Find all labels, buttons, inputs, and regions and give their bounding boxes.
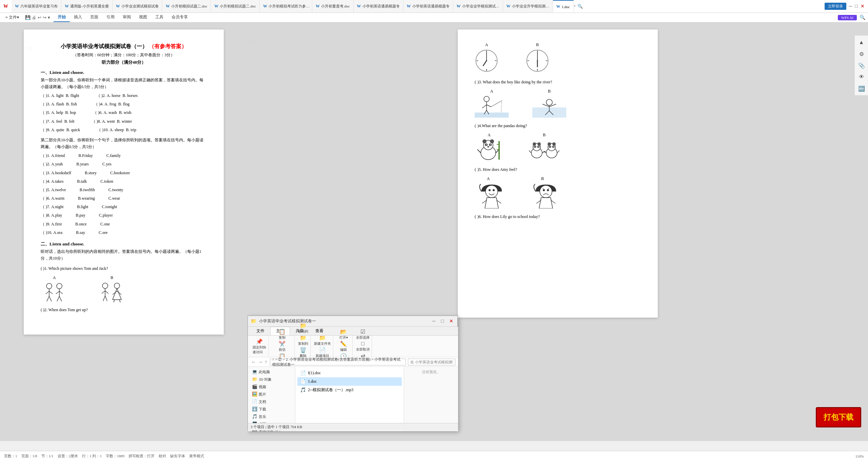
new-tab-button[interactable]: + xyxy=(574,4,576,9)
maximize-button[interactable]: □ xyxy=(855,4,858,9)
side-icon-5[interactable]: 🔤 xyxy=(856,83,867,94)
choices-grid-row: （ )1. A. light B. flight （ )2. A. horse … xyxy=(41,92,207,100)
svg-point-95 xyxy=(540,185,552,198)
taskbar-tab-t8[interactable]: W小学初英语通易模题专 xyxy=(354,0,403,13)
side-icon-1[interactable]: ▲ xyxy=(856,37,867,48)
right-drag-handle[interactable]: ⋮⋮ xyxy=(250,40,256,43)
q6-text: ( )6. How does Lily go to school today? xyxy=(475,213,641,221)
svg-line-78 xyxy=(529,151,531,153)
fe-new-item-button[interactable]: 📄 新建项目 xyxy=(316,347,329,358)
svg-point-18 xyxy=(114,283,120,288)
more-icon[interactable]: ▾ xyxy=(48,15,50,20)
menu-file[interactable]: ≡ 文件▾ xyxy=(3,14,22,21)
taskbar-tab-t4[interactable]: W小升初模拟试题二.doc xyxy=(162,0,211,13)
download-badge[interactable]: 打包下载 xyxy=(816,407,861,427)
fe-new-item-icon: 📄 xyxy=(319,347,326,353)
taskbar-tab-t2[interactable]: W通用版-小升初英通全册 xyxy=(61,0,113,13)
fe-tab-view[interactable]: 查看 xyxy=(310,327,329,335)
fe-sidebar-this-pc[interactable]: 💻 此电脑 xyxy=(248,368,295,376)
ribbon-tab-5[interactable]: 视图 xyxy=(135,13,151,22)
status-proofing: 校对 xyxy=(159,454,166,459)
search-button[interactable]: 🔍 xyxy=(860,15,865,20)
fe-minimize-button[interactable]: ─ xyxy=(431,319,437,324)
fe-path-bar[interactable]: ↑ > ② > 2. 小学英语业业考试模拟测试卷(含答案及听力音频) > 小学英… xyxy=(270,359,406,365)
svg-point-76 xyxy=(535,146,535,147)
section1-header: 一、Listen and choose. xyxy=(41,69,207,76)
fe-tool-group-nav: 📌 固定到快速访问 xyxy=(251,336,269,357)
fe-file-f1doc[interactable]: 📄 f(1).doc xyxy=(297,369,402,377)
fe-sidebar-music[interactable]: 🎵 音乐 xyxy=(248,413,295,420)
fe-file-1doc[interactable]: 📄 1.doc xyxy=(297,377,402,386)
fe-sidebar-downloads[interactable]: ⬇️ 下载 xyxy=(248,405,295,413)
tab-icon-t12: W xyxy=(556,4,560,9)
fe-file-mp3[interactable]: 🎵 2--模拟测试卷（一）.mp3 xyxy=(297,386,402,394)
drag-handle[interactable]: ⋮⋮ xyxy=(26,46,33,50)
zoom-level[interactable]: 110% xyxy=(855,454,864,458)
fe-cut-button[interactable]: ✂️ 剪切 xyxy=(279,341,285,352)
fe-forward-button[interactable]: → xyxy=(257,359,263,365)
fe-sidebar-3d[interactable]: 📁 3D 对象 xyxy=(248,376,295,383)
taskbar-tab-t9[interactable]: W小学初英语通易模题专 xyxy=(403,0,453,13)
doc-page-left: ⋮⋮ 小学英语毕业考试模拟测试卷（一） （有参考答案） （答卷时间：60分钟；满… xyxy=(24,29,224,335)
ribbon-tab-0[interactable]: 开始 xyxy=(54,13,70,22)
fe-up-button[interactable]: ↑ xyxy=(264,359,268,365)
wps-ai-button[interactable]: WPS AI xyxy=(838,15,857,20)
fe-back-button[interactable]: ← xyxy=(251,359,257,365)
taskbar-tab-t1[interactable]: W六年级英语毕业复习布 xyxy=(12,0,61,13)
fe-open-button[interactable]: 📂 打开▾ xyxy=(339,328,348,340)
this-pc-icon: 💻 xyxy=(252,369,257,375)
fe-move-button[interactable]: 📁 移动到 xyxy=(298,322,308,334)
taskbar-tab-t7[interactable]: W小升初量度考.doc xyxy=(312,0,354,13)
fe-pin-button[interactable]: 📌 固定到快速访问 xyxy=(253,338,266,355)
fe-select-all-button[interactable]: ☑ 全部选择 xyxy=(356,328,370,340)
fe-new-folder-button[interactable]: 📁 新建文件夹 xyxy=(314,335,331,346)
fe-maximize-button[interactable]: □ xyxy=(440,319,445,324)
fe-copyto-button[interactable]: 📁 复制到 xyxy=(298,335,308,346)
save-icon[interactable]: 💾 xyxy=(25,15,31,20)
q5-a-group: A xyxy=(475,176,502,208)
fe-edit-button[interactable]: ✏️ 编辑 xyxy=(340,341,347,352)
minimize-button[interactable]: ─ xyxy=(849,4,852,9)
taskbar-tab-t11[interactable]: W小学业业升学模拟测… xyxy=(503,0,553,13)
fe-close-button[interactable]: ✕ xyxy=(448,318,455,324)
taskbar-tab-t6[interactable]: W小升初模拟考试听力参… xyxy=(260,0,312,13)
undo-icon[interactable]: ↩ xyxy=(38,15,41,20)
fe-delete-button[interactable]: 🗑️ 删除 xyxy=(300,347,307,358)
svg-rect-67 xyxy=(498,141,500,160)
fe-select-none-button[interactable]: □ 全部取消 xyxy=(356,341,370,352)
taskbar-tab-t5[interactable]: W小升初模拟试题二.doc xyxy=(211,0,260,13)
ribbon-tab-6[interactable]: 工具 xyxy=(151,13,167,22)
fe-tool-group-new: 📁 新建文件夹 📄 新建项目 xyxy=(312,336,333,357)
fe-sidebar-documents[interactable]: 📄 文档 xyxy=(248,398,295,405)
login-button[interactable]: 立即登录 xyxy=(825,3,846,10)
fe-tab-file[interactable]: 文件 xyxy=(251,327,270,335)
taskbar-tab-t12[interactable]: W1.doc xyxy=(553,0,574,13)
doc-scroll[interactable]: ⋮⋮ 小学英语毕业考试模拟测试卷（一） （有参考答案） （答卷时间：60分钟；满… xyxy=(0,23,248,441)
ribbon-tab-1[interactable]: 插入 xyxy=(70,13,86,22)
side-icon-2[interactable]: ⚙ xyxy=(856,48,867,59)
search-tab-button[interactable]: 🔍 xyxy=(577,4,583,9)
q2-text: ( )2. When does Tom get up? xyxy=(41,306,207,314)
q3-b-label: B xyxy=(548,89,551,94)
ribbon-tab-3[interactable]: 引用 xyxy=(102,13,119,22)
fe-search-input[interactable] xyxy=(408,359,455,365)
fe-sidebar-video[interactable]: 🎬 视频 xyxy=(248,383,295,390)
ribbon-tab-7[interactable]: 会员专享 xyxy=(167,13,192,22)
taskbar-tab-t3[interactable]: W小学业业测试模拟试卷 xyxy=(113,0,162,13)
redo-icon[interactable]: ↪ xyxy=(43,15,46,20)
fe-copy-button[interactable]: 📋 复制 xyxy=(279,328,285,340)
this-pc-label: 此电脑 xyxy=(259,369,270,375)
svg-line-47 xyxy=(491,101,502,107)
ribbon-tab-2[interactable]: 页面 xyxy=(86,13,102,22)
side-icon-4[interactable]: 👁 xyxy=(856,72,867,82)
tab-label-t9: 小学初英语通易模题专 xyxy=(412,4,450,9)
taskbar-tab-t10[interactable]: W小学业业学模拟测试… xyxy=(453,0,503,13)
section2-instruction: 听对话，选出与你所听到的内容相符的图片。答案填在括号内。每小题读两遍。（每小题1… xyxy=(41,248,207,262)
fe-select-none-icon: □ xyxy=(361,341,364,347)
fe-sidebar-pictures[interactable]: 🖼️ 图片 xyxy=(248,390,295,398)
ribbon-tab-4[interactable]: 审阅 xyxy=(119,13,135,22)
side-icon-3[interactable]: 📎 xyxy=(856,60,867,71)
fe-file-list: 📄 f(1).doc 📄 1.doc 🎵 2--模拟测试卷（一）.mp3 xyxy=(295,367,404,431)
close-button[interactable]: ✕ xyxy=(861,3,865,9)
print-icon[interactable]: 🖨 xyxy=(32,15,36,20)
